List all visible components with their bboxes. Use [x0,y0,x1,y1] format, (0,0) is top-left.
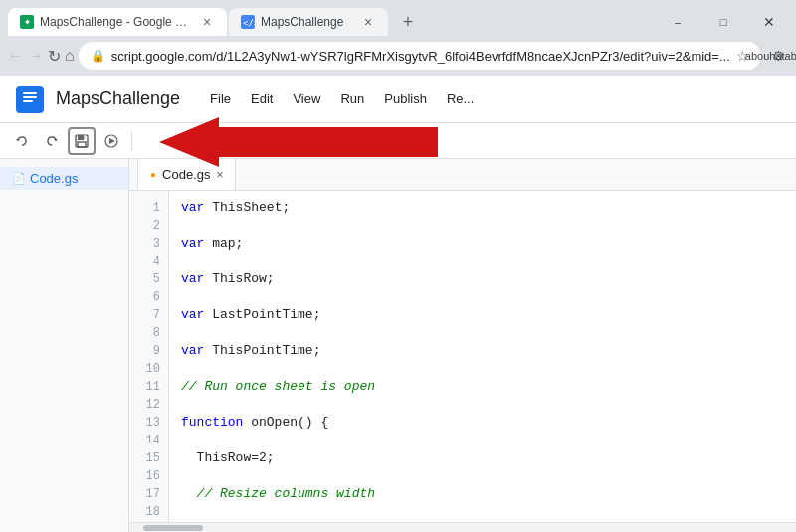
svg-text:</>: </> [243,18,255,28]
editor-tab-code-gs[interactable]: ● Code.gs × [137,159,236,190]
tab2-title: MapsChallenge [261,15,354,29]
maximize-button[interactable]: □ [700,8,746,36]
svg-rect-3 [23,92,37,94]
run-icon-button[interactable] [98,127,125,155]
close-button[interactable]: ✕ [746,8,792,36]
sheets-icon: ✦ [20,15,34,29]
file-icon: 📄 [12,172,26,185]
undo-button[interactable] [8,127,36,155]
code-area[interactable]: 1234567891011121314151617181920212223242… [129,191,796,522]
tab2-close[interactable]: × [360,14,376,30]
editor-area: ● Code.gs × 1234567891011121314151617181… [129,159,796,532]
redo-button[interactable] [38,127,66,155]
svg-rect-4 [23,96,37,98]
editor-tab-name: Code.gs [162,167,210,182]
line-number-3: 3 [129,235,168,253]
app-logo [16,86,44,113]
toolbar-separator [131,131,132,151]
script-toolbar [0,123,796,159]
code-line-9: var ThisPointTime; [181,342,784,360]
line-number-11: 11 [129,378,168,396]
code-line-8 [181,324,784,342]
scrollbar-thumb[interactable] [143,525,203,531]
code-line-4 [181,253,784,270]
line-number-9: 9 [129,342,168,360]
code-line-3: var map; [181,235,784,253]
back-button[interactable]: ← [8,42,24,70]
forward-button[interactable]: → [28,42,44,70]
line-numbers: 1234567891011121314151617181920212223242… [129,191,169,522]
horizontal-scrollbar[interactable] [129,522,796,532]
line-number-1: 1 [129,199,168,217]
code-line-1: var ThisSheet; [181,199,784,217]
modified-indicator: ● [150,169,156,180]
code-line-2 [181,217,784,235]
menu-file[interactable]: File [200,88,241,110]
svg-marker-11 [109,138,115,144]
line-number-18: 18 [129,503,168,521]
line-number-13: 13 [129,414,168,432]
tab1-close[interactable]: × [199,14,215,30]
svg-rect-7 [78,135,84,140]
code-content: var ThisSheet;var map;var ThisRow;var La… [169,191,796,522]
code-line-15: ThisRow=2; [181,449,784,467]
refresh-button[interactable]: ↻ [48,42,61,70]
code-line-6 [181,288,784,306]
line-number-6: 6 [129,288,168,306]
code-line-14 [181,432,784,449]
line-number-15: 15 [129,449,168,467]
url-bar[interactable]: 🔒 script.google.com/d/1L2A3yNw1-wYSR7lgR… [79,42,761,70]
line-number-8: 8 [129,324,168,342]
editor-tab-close[interactable]: × [216,168,223,182]
lock-icon: 🔒 [91,49,105,63]
code-line-5: var ThisRow; [181,270,784,288]
svg-rect-8 [78,142,86,147]
url-text: script.google.com/d/1L2A3yNw1-wYSR7lgRFM… [111,49,730,64]
code-line-13: function onOpen() { [181,414,784,432]
code-line-16 [181,467,784,485]
file-tree: 📄 Code.gs [0,159,129,532]
menu-publish[interactable]: Publish [374,88,437,110]
code-line-10 [181,360,784,378]
line-number-12: 12 [129,396,168,414]
home-button[interactable]: ⌂ [65,42,75,70]
code-line-7: var LastPointTime; [181,306,784,324]
svg-rect-9 [84,135,86,139]
app-title: MapsChallenge [56,89,180,109]
line-number-5: 5 [129,270,168,288]
save-button[interactable] [68,127,96,155]
code-line-17: // Resize columns width [181,485,784,503]
line-number-10: 10 [129,360,168,378]
code-line-12 [181,396,784,414]
code-line-11: // Run once sheet is open [181,378,784,396]
script-icon: </> [241,15,255,29]
minimize-button[interactable]: – [655,8,700,36]
file-name: Code.gs [30,171,78,186]
tab1-title: MapsChallenge - Google Sheets [40,15,193,29]
file-item-code-gs[interactable]: 📄 Code.gs [0,167,128,190]
svg-rect-5 [23,100,33,102]
menu-edit[interactable]: Edit [241,88,283,110]
line-number-2: 2 [129,217,168,235]
app-menu: File Edit View Run Publish Re... [200,88,484,110]
line-number-14: 14 [129,432,168,449]
code-line-18 [181,503,784,521]
menu-run[interactable]: Run [330,88,374,110]
browser-tab-1[interactable]: ✦ MapsChallenge - Google Sheets × [8,8,227,36]
line-number-4: 4 [129,253,168,270]
menu-view[interactable]: View [283,88,330,110]
new-tab-button[interactable]: + [394,8,422,36]
line-number-7: 7 [129,306,168,324]
line-number-17: 17 [129,485,168,503]
account-label: abouhatab@yahoo.com [745,50,796,62]
line-number-16: 16 [129,467,168,485]
menu-resources[interactable]: Re... [437,88,484,110]
browser-tab-2[interactable]: </> MapsChallenge × [229,8,388,36]
editor-tabs: ● Code.gs × [129,159,796,191]
